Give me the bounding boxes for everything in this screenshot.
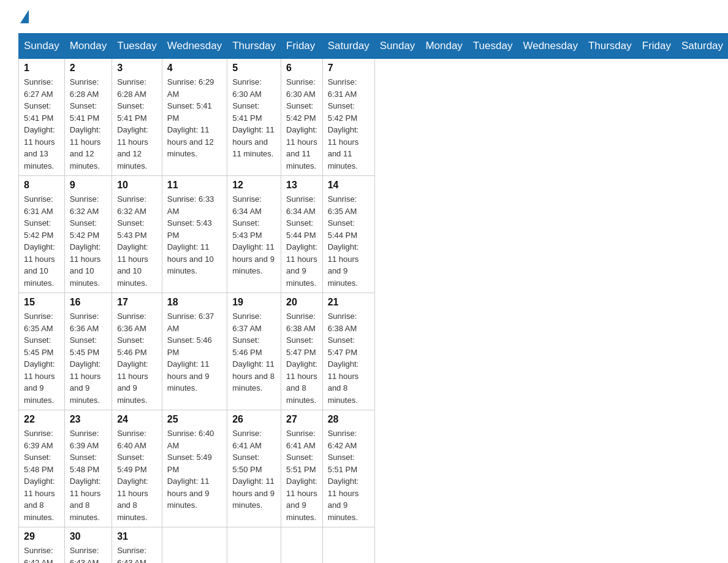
day-number: 20 <box>286 297 317 308</box>
col-header-wednesday: Wednesday <box>162 34 227 59</box>
day-info: Sunrise: 6:42 AMSunset: 5:52 PMDaylight:… <box>24 546 55 563</box>
day-number: 16 <box>70 297 107 308</box>
col-header-thursday: Thursday <box>227 34 281 59</box>
day-info: Sunrise: 6:43 AMSunset: 5:52 PMDaylight:… <box>70 546 101 563</box>
day-info: Sunrise: 6:41 AMSunset: 5:51 PMDaylight:… <box>286 429 317 522</box>
day-number: 4 <box>167 63 222 74</box>
calendar-cell: 23 Sunrise: 6:39 AMSunset: 5:48 PMDaylig… <box>64 410 112 527</box>
calendar-cell: 17 Sunrise: 6:36 AMSunset: 5:46 PMDaylig… <box>112 293 162 410</box>
week-row-4: 22 Sunrise: 6:39 AMSunset: 5:48 PMDaylig… <box>19 410 729 527</box>
day-info: Sunrise: 6:35 AMSunset: 5:44 PMDaylight:… <box>328 194 359 288</box>
day-number: 22 <box>24 414 59 425</box>
day-info: Sunrise: 6:36 AMSunset: 5:45 PMDaylight:… <box>70 312 101 405</box>
day-info: Sunrise: 6:27 AMSunset: 5:41 PMDaylight:… <box>24 77 55 170</box>
calendar-cell: 26 Sunrise: 6:41 AMSunset: 5:50 PMDaylig… <box>227 410 281 527</box>
calendar-cell: 1 Sunrise: 6:27 AMSunset: 5:41 PMDayligh… <box>19 59 65 176</box>
calendar-cell: 14 Sunrise: 6:35 AMSunset: 5:44 PMDaylig… <box>322 176 374 293</box>
day-number: 21 <box>328 297 370 308</box>
col-header-saturday: Saturday <box>322 34 374 59</box>
day-number: 29 <box>24 531 59 542</box>
day-info: Sunrise: 6:39 AMSunset: 5:48 PMDaylight:… <box>24 429 55 522</box>
week-row-3: 15 Sunrise: 6:35 AMSunset: 5:45 PMDaylig… <box>19 293 729 410</box>
calendar-cell: 13 Sunrise: 6:34 AMSunset: 5:44 PMDaylig… <box>281 176 323 293</box>
calendar-cell: 6 Sunrise: 6:30 AMSunset: 5:42 PMDayligh… <box>281 59 323 176</box>
day-info: Sunrise: 6:37 AMSunset: 5:46 PMDaylight:… <box>167 312 214 393</box>
day-number: 25 <box>167 414 222 425</box>
day-info: Sunrise: 6:32 AMSunset: 5:43 PMDaylight:… <box>117 194 148 288</box>
col-header-friday: Friday <box>637 34 676 59</box>
day-info: Sunrise: 6:34 AMSunset: 5:44 PMDaylight:… <box>286 194 317 288</box>
day-number: 5 <box>232 63 276 74</box>
col-header-sunday: Sunday <box>19 34 65 59</box>
day-number: 19 <box>232 297 276 308</box>
col-header-monday: Monday <box>420 34 468 59</box>
day-number: 26 <box>232 414 276 425</box>
calendar-cell: 9 Sunrise: 6:32 AMSunset: 5:42 PMDayligh… <box>64 176 112 293</box>
day-info: Sunrise: 6:32 AMSunset: 5:42 PMDaylight:… <box>70 194 101 288</box>
week-row-1: 1 Sunrise: 6:27 AMSunset: 5:41 PMDayligh… <box>19 59 729 176</box>
day-info: Sunrise: 6:40 AMSunset: 5:49 PMDaylight:… <box>117 429 148 522</box>
calendar-cell: 7 Sunrise: 6:31 AMSunset: 5:42 PMDayligh… <box>322 59 374 176</box>
calendar-cell: 22 Sunrise: 6:39 AMSunset: 5:48 PMDaylig… <box>19 410 65 527</box>
calendar-cell: 19 Sunrise: 6:37 AMSunset: 5:46 PMDaylig… <box>227 293 281 410</box>
col-header-tuesday: Tuesday <box>112 34 162 59</box>
calendar-cell: 21 Sunrise: 6:38 AMSunset: 5:47 PMDaylig… <box>322 293 374 410</box>
day-info: Sunrise: 6:33 AMSunset: 5:43 PMDaylight:… <box>167 194 214 275</box>
day-info: Sunrise: 6:39 AMSunset: 5:48 PMDaylight:… <box>70 429 101 522</box>
col-header-tuesday: Tuesday <box>468 34 518 59</box>
calendar-cell: 31 Sunrise: 6:43 AMSunset: 5:53 PMDaylig… <box>112 527 162 564</box>
day-number: 31 <box>117 531 157 542</box>
calendar-cell: 15 Sunrise: 6:35 AMSunset: 5:45 PMDaylig… <box>19 293 65 410</box>
day-number: 6 <box>286 63 317 74</box>
col-header-monday: Monday <box>64 34 112 59</box>
calendar-cell: 24 Sunrise: 6:40 AMSunset: 5:49 PMDaylig… <box>112 410 162 527</box>
week-row-5: 29 Sunrise: 6:42 AMSunset: 5:52 PMDaylig… <box>19 527 729 564</box>
day-info: Sunrise: 6:43 AMSunset: 5:53 PMDaylight:… <box>117 546 148 563</box>
day-number: 30 <box>70 531 107 542</box>
calendar-cell <box>162 527 227 564</box>
day-info: Sunrise: 6:41 AMSunset: 5:50 PMDaylight:… <box>232 429 275 510</box>
calendar-cell: 20 Sunrise: 6:38 AMSunset: 5:47 PMDaylig… <box>281 293 323 410</box>
day-info: Sunrise: 6:37 AMSunset: 5:46 PMDaylight:… <box>232 312 275 393</box>
calendar-cell: 28 Sunrise: 6:42 AMSunset: 5:51 PMDaylig… <box>322 410 374 527</box>
calendar-cell <box>322 527 374 564</box>
col-header-wednesday: Wednesday <box>518 34 583 59</box>
day-number: 15 <box>24 297 59 308</box>
day-number: 24 <box>117 414 157 425</box>
day-number: 23 <box>70 414 107 425</box>
calendar-cell: 3 Sunrise: 6:28 AMSunset: 5:41 PMDayligh… <box>112 59 162 176</box>
day-info: Sunrise: 6:38 AMSunset: 5:47 PMDaylight:… <box>286 312 317 405</box>
calendar-cell: 11 Sunrise: 6:33 AMSunset: 5:43 PMDaylig… <box>162 176 227 293</box>
calendar-cell: 12 Sunrise: 6:34 AMSunset: 5:43 PMDaylig… <box>227 176 281 293</box>
col-header-saturday: Saturday <box>677 34 728 59</box>
col-header-thursday: Thursday <box>583 34 637 59</box>
day-number: 11 <box>167 180 222 191</box>
day-number: 10 <box>117 180 157 191</box>
day-info: Sunrise: 6:34 AMSunset: 5:43 PMDaylight:… <box>232 194 275 275</box>
calendar-cell: 4 Sunrise: 6:29 AMSunset: 5:41 PMDayligh… <box>162 59 227 176</box>
calendar-cell: 10 Sunrise: 6:32 AMSunset: 5:43 PMDaylig… <box>112 176 162 293</box>
day-info: Sunrise: 6:31 AMSunset: 5:42 PMDaylight:… <box>24 194 55 288</box>
day-info: Sunrise: 6:29 AMSunset: 5:41 PMDaylight:… <box>167 77 214 158</box>
day-number: 3 <box>117 63 157 74</box>
calendar-cell: 27 Sunrise: 6:41 AMSunset: 5:51 PMDaylig… <box>281 410 323 527</box>
logo-triangle-icon <box>20 10 29 23</box>
logo <box>18 12 29 21</box>
day-number: 12 <box>232 180 276 191</box>
calendar-cell: 16 Sunrise: 6:36 AMSunset: 5:45 PMDaylig… <box>64 293 112 410</box>
day-info: Sunrise: 6:31 AMSunset: 5:42 PMDaylight:… <box>328 77 359 170</box>
day-info: Sunrise: 6:40 AMSunset: 5:49 PMDaylight:… <box>167 429 214 510</box>
col-header-friday: Friday <box>281 34 323 59</box>
calendar-cell: 30 Sunrise: 6:43 AMSunset: 5:52 PMDaylig… <box>64 527 112 564</box>
day-number: 8 <box>24 180 59 191</box>
calendar-cell: 2 Sunrise: 6:28 AMSunset: 5:41 PMDayligh… <box>64 59 112 176</box>
day-number: 18 <box>167 297 222 308</box>
day-info: Sunrise: 6:28 AMSunset: 5:41 PMDaylight:… <box>117 77 148 170</box>
day-info: Sunrise: 6:30 AMSunset: 5:42 PMDaylight:… <box>286 77 317 170</box>
calendar-cell: 29 Sunrise: 6:42 AMSunset: 5:52 PMDaylig… <box>19 527 65 564</box>
day-info: Sunrise: 6:30 AMSunset: 5:41 PMDaylight:… <box>232 77 275 158</box>
day-number: 27 <box>286 414 317 425</box>
header-row: SundayMondayTuesdayWednesdayThursdayFrid… <box>19 34 729 59</box>
day-number: 7 <box>328 63 370 74</box>
calendar-cell <box>281 527 323 564</box>
